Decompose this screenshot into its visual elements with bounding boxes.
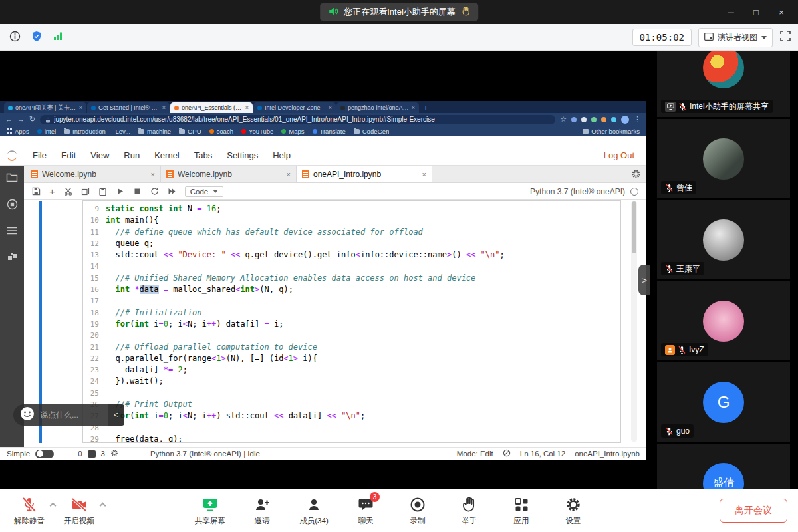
new-tab-icon[interactable]: +: [424, 104, 428, 112]
menu-view[interactable]: View: [83, 150, 116, 160]
url-field[interactable]: jupyter.oneapi.devcloud.intel.com/user/u…: [40, 115, 555, 124]
files-icon[interactable]: [6, 172, 18, 186]
minimize-button[interactable]: ─: [718, 0, 743, 24]
extension-icon[interactable]: [611, 117, 616, 122]
meeting-info-icon[interactable]: [9, 31, 21, 45]
share-screen-button[interactable]: 共享屏幕: [192, 495, 229, 526]
close-tab-icon[interactable]: ×: [422, 170, 426, 178]
kernel-indicator[interactable]: Python 3.7 (Intel® oneAPI): [530, 187, 638, 196]
command-palette-icon[interactable]: [6, 226, 18, 238]
emoji-icon[interactable]: [20, 406, 35, 424]
participant-tile[interactable]: 王康平: [657, 200, 790, 279]
extensions-icon[interactable]: [7, 251, 18, 265]
reload-icon[interactable]: ↻: [29, 116, 35, 123]
sidebar-expand-handle[interactable]: >: [638, 265, 650, 295]
logout-button[interactable]: Log Out: [597, 149, 641, 162]
bookmark-item[interactable]: CodeGen: [354, 128, 390, 135]
camera-options-chevron[interactable]: [100, 502, 106, 509]
paste-icon[interactable]: [98, 187, 107, 196]
menu-tabs[interactable]: Tabs: [187, 150, 219, 160]
browser-tab[interactable]: Get Started | Intel® DevCloud×: [87, 102, 170, 113]
browser-tab[interactable]: oneAPI_Essentials (3) - JupyterLab×: [170, 102, 253, 113]
save-icon[interactable]: [32, 187, 41, 196]
run-all-icon[interactable]: [168, 187, 176, 196]
code-editor[interactable]: 9static const int N = 16;10int main(){11…: [82, 200, 621, 443]
scrollbar-thumb[interactable]: [632, 201, 636, 253]
copy-icon[interactable]: [81, 187, 90, 196]
raise-hand-button[interactable]: 举手: [451, 495, 488, 526]
extension-icon[interactable]: [581, 117, 587, 122]
menu-file[interactable]: File: [25, 150, 54, 160]
bookmark-item[interactable]: intel: [37, 128, 56, 135]
maximize-button[interactable]: □: [743, 0, 769, 24]
back-icon[interactable]: ←: [5, 116, 13, 123]
browser-tab[interactable]: oneAPI闯关赛 | 关卡1介绍_哔哩×: [4, 102, 86, 113]
property-inspector-gear-icon[interactable]: [631, 169, 641, 182]
participant-tile[interactable]: 曾佳: [657, 119, 790, 198]
terminal-icon[interactable]: [88, 450, 96, 458]
apps-button[interactable]: 应用: [503, 495, 540, 526]
participant-tile[interactable]: Gguo: [657, 362, 790, 442]
bookmark-item[interactable]: Introduction — Lev...: [64, 128, 130, 135]
bookmark-item[interactable]: machine: [138, 128, 171, 135]
simple-mode-toggle[interactable]: [35, 450, 54, 458]
browser-menu-icon[interactable]: ⋮: [634, 116, 641, 123]
cursor-position-label[interactable]: Ln 16, Col 12: [520, 450, 565, 458]
notebook-tab[interactable]: Welcome.ipynb×: [25, 166, 161, 182]
cut-icon[interactable]: [64, 187, 72, 196]
close-tab-icon[interactable]: ×: [412, 104, 415, 111]
settings-button[interactable]: 设置: [555, 495, 592, 526]
forward-icon[interactable]: →: [17, 116, 25, 123]
security-shield-icon[interactable]: [31, 31, 42, 45]
browser-tab[interactable]: Intel Developer Zone×: [253, 102, 336, 113]
stop-icon[interactable]: [133, 187, 142, 196]
kernels-gear-icon[interactable]: [110, 449, 118, 458]
add-cell-icon[interactable]: +: [49, 186, 55, 196]
members-button[interactable]: 成员(34): [295, 495, 332, 526]
close-button[interactable]: ×: [769, 0, 794, 24]
notebook-tab[interactable]: Welcome.ipynb×: [161, 166, 297, 182]
bookmark-item[interactable]: YouTube: [241, 128, 273, 135]
close-tab-icon[interactable]: ×: [162, 104, 166, 111]
close-tab-icon[interactable]: ×: [287, 170, 291, 178]
bookmark-item[interactable]: Translate: [313, 128, 346, 135]
start-video-button[interactable]: 开启视频: [61, 495, 98, 526]
close-tab-icon[interactable]: ×: [245, 104, 249, 111]
kernel-state-label[interactable]: Python 3.7 (Intel® oneAPI) | Idle: [150, 450, 260, 458]
mic-options-chevron[interactable]: [50, 502, 57, 509]
network-stats-icon[interactable]: [53, 31, 63, 44]
bookmark-item[interactable]: Maps: [281, 128, 304, 135]
bookmark-item[interactable]: coach: [209, 128, 233, 135]
leave-meeting-button[interactable]: 离开会议: [720, 499, 787, 523]
menu-kernel[interactable]: Kernel: [147, 150, 187, 160]
profile-avatar[interactable]: [621, 116, 629, 124]
participant-tile[interactable]: IvyZ: [657, 281, 790, 360]
participant-tile[interactable]: 盛倩盛倩: [657, 444, 790, 489]
run-icon[interactable]: [116, 187, 124, 196]
notebook-scrollbar[interactable]: [631, 201, 637, 442]
record-button[interactable]: 录制: [399, 495, 436, 526]
chat-button[interactable]: 3 聊天: [347, 495, 384, 526]
menu-help[interactable]: Help: [265, 150, 298, 160]
menu-run[interactable]: Run: [116, 150, 147, 160]
bookmark-item[interactable]: GPU: [179, 128, 201, 135]
close-tab-icon[interactable]: ×: [329, 104, 332, 111]
participant-tile[interactable]: Intel小助手的屏幕共享: [657, 51, 790, 117]
notebook-tab[interactable]: oneAPI_Intro.ipynb×: [297, 166, 432, 182]
cell-type-dropdown[interactable]: Code: [185, 186, 224, 197]
bookmark-star-icon[interactable]: ☆: [560, 116, 567, 123]
running-sessions-icon[interactable]: [7, 199, 18, 213]
browser-tab[interactable]: pengzhao-intel/oneAPI_cours...×: [336, 102, 419, 113]
close-tab-icon[interactable]: ×: [79, 104, 82, 111]
other-bookmarks[interactable]: Other bookmarks: [583, 128, 640, 135]
unmute-button[interactable]: 解除静音: [11, 495, 48, 526]
extension-icon[interactable]: [571, 117, 577, 122]
extension-icon[interactable]: [601, 117, 606, 122]
menu-edit[interactable]: Edit: [54, 150, 83, 160]
chat-input-pill[interactable]: 说点什么...: [13, 404, 108, 426]
bookmark-item[interactable]: Apps: [7, 128, 29, 135]
chat-collapse-chevron[interactable]: <: [108, 404, 124, 426]
raise-hand-mini-icon[interactable]: [461, 6, 470, 18]
close-tab-icon[interactable]: ×: [151, 170, 155, 178]
invite-button[interactable]: 邀请: [243, 495, 281, 526]
